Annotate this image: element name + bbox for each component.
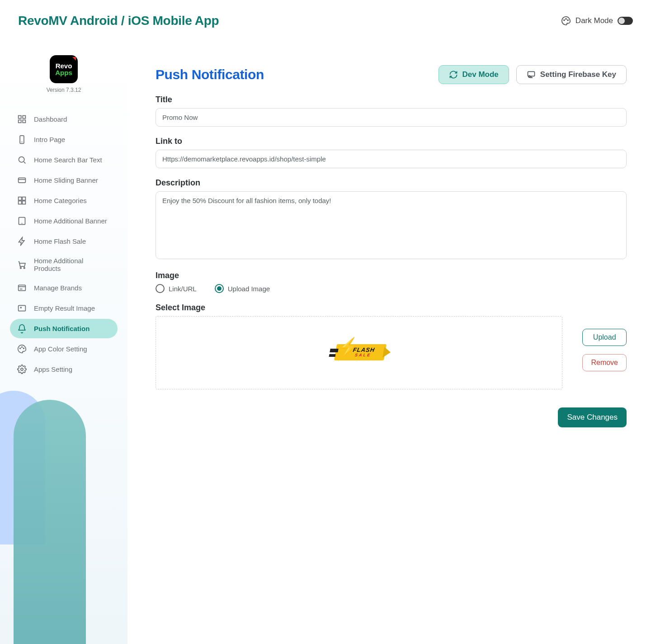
svg-rect-9 <box>19 178 26 183</box>
dark-mode-toggle[interactable] <box>618 17 633 25</box>
svg-point-1 <box>566 19 566 19</box>
svg-rect-11 <box>22 197 25 200</box>
bolt-icon <box>17 237 27 246</box>
image-dropzone[interactable]: FLASH SALE ⚡ <box>156 316 562 389</box>
content-card: Push Notification Dev Mode <box>142 52 640 633</box>
svg-point-15 <box>20 267 22 269</box>
tablet-icon <box>17 216 27 226</box>
sidebar-item-label: Home Sliding Banner <box>34 176 98 184</box>
sidebar-item-label: Home Additional Products <box>34 257 110 272</box>
palette-icon <box>17 344 27 354</box>
banner-icon <box>17 175 27 185</box>
refresh-icon <box>449 70 458 79</box>
radio-icon <box>156 284 165 293</box>
sidebar-item-manage-brands[interactable]: Manage Brands <box>10 278 118 298</box>
sidebar-item-intro-page[interactable]: Intro Page <box>10 130 118 149</box>
title-input[interactable] <box>156 108 627 127</box>
radio-icon <box>215 284 224 293</box>
svg-point-20 <box>22 347 23 348</box>
cart-icon <box>17 260 27 270</box>
sidebar-item-label: Intro Page <box>34 136 65 143</box>
svg-rect-10 <box>19 197 22 200</box>
svg-rect-6 <box>23 120 25 123</box>
monitor-settings-icon <box>527 70 536 79</box>
svg-point-22 <box>21 368 23 370</box>
sidebar-item-dashboard[interactable]: Dashboard <box>10 109 118 129</box>
sidebar-item-home-flash-sale[interactable]: Home Flash Sale <box>10 232 118 251</box>
svg-point-19 <box>20 348 21 349</box>
sidebar: Revo Apps Version 7.3.12 DashboardIntro … <box>0 41 127 644</box>
svg-rect-4 <box>23 116 25 118</box>
image-x-icon <box>17 303 27 313</box>
main: Push Notification Dev Mode <box>127 41 651 644</box>
bell-icon <box>17 324 27 333</box>
upload-button[interactable]: Upload <box>582 329 627 346</box>
description-label: Description <box>156 178 627 188</box>
sidebar-item-home-search-bar-text[interactable]: Home Search Bar Text <box>10 150 118 170</box>
topbar-right: Dark Mode <box>561 16 633 26</box>
logo-icon: Revo Apps <box>50 55 78 83</box>
radio-link-url[interactable]: Link/URL <box>156 284 197 293</box>
svg-rect-12 <box>19 201 22 204</box>
sidebar-item-push-notification[interactable]: Push Notification <box>10 319 118 338</box>
svg-rect-18 <box>19 305 26 311</box>
dashboard-icon <box>17 114 27 124</box>
page-title: Push Notification <box>156 67 264 82</box>
svg-rect-17 <box>19 285 26 290</box>
title-label: Title <box>156 95 627 104</box>
sidebar-item-label: Home Search Bar Text <box>34 156 102 164</box>
sidebar-item-app-color-setting[interactable]: App Color Setting <box>10 339 118 359</box>
sidebar-item-empty-result-image[interactable]: Empty Result Image <box>10 298 118 318</box>
remove-button[interactable]: Remove <box>582 354 627 371</box>
phone-icon <box>17 135 27 144</box>
grid-icon <box>17 196 27 205</box>
flash-sale-image: FLASH SALE ⚡ <box>327 341 391 365</box>
app-title: RevoMV Android / iOS Mobile App <box>18 14 219 28</box>
sidebar-item-label: Empty Result Image <box>34 304 95 312</box>
sidebar-item-home-categories[interactable]: Home Categories <box>10 191 118 210</box>
sidebar-item-label: Dashboard <box>34 115 67 123</box>
topbar: RevoMV Android / iOS Mobile App Dark Mod… <box>0 0 651 41</box>
dark-mode-label: Dark Mode <box>576 16 613 25</box>
save-changes-button[interactable]: Save Changes <box>558 407 627 427</box>
link-label: Link to <box>156 137 627 146</box>
sidebar-logo: Revo Apps Version 7.3.12 <box>0 55 127 93</box>
sidebar-item-label: Push Notification <box>34 325 90 332</box>
sidebar-item-label: Home Flash Sale <box>34 237 86 245</box>
link-input[interactable] <box>156 150 627 168</box>
image-label: Image <box>156 271 627 280</box>
sidebar-item-home-additional-products[interactable]: Home Additional Products <box>10 252 118 277</box>
version-label: Version 7.3.12 <box>47 87 81 93</box>
sidebar-item-label: Home Categories <box>34 197 87 204</box>
svg-rect-13 <box>22 201 25 204</box>
sidebar-item-home-sliding-banner[interactable]: Home Sliding Banner <box>10 170 118 190</box>
svg-point-0 <box>564 20 565 21</box>
search-icon <box>17 155 27 165</box>
svg-point-21 <box>24 348 24 349</box>
svg-point-2 <box>567 20 568 21</box>
gear-icon <box>17 365 27 374</box>
select-image-label: Select Image <box>156 303 627 313</box>
sidebar-nav: DashboardIntro PageHome Search Bar TextH… <box>0 109 127 379</box>
sidebar-item-label: App Color Setting <box>34 345 87 353</box>
svg-point-16 <box>24 267 25 269</box>
window-icon <box>17 283 27 293</box>
description-input[interactable]: Enjoy the 50% Discount for all fashion i… <box>156 191 627 259</box>
palette-icon <box>561 16 571 26</box>
sidebar-item-apps-setting[interactable]: Apps Setting <box>10 360 118 379</box>
sidebar-item-home-additional-banner[interactable]: Home Additional Banner <box>10 211 118 231</box>
sidebar-item-label: Home Additional Banner <box>34 217 107 225</box>
firebase-key-button[interactable]: Setting Firebase Key <box>516 65 627 84</box>
svg-rect-3 <box>19 116 21 118</box>
svg-point-8 <box>19 157 24 162</box>
radio-upload-image[interactable]: Upload Image <box>215 284 270 293</box>
dev-mode-button[interactable]: Dev Mode <box>439 65 509 84</box>
svg-rect-5 <box>19 120 21 123</box>
sidebar-item-label: Apps Setting <box>34 365 72 373</box>
sidebar-item-label: Manage Brands <box>34 284 82 292</box>
